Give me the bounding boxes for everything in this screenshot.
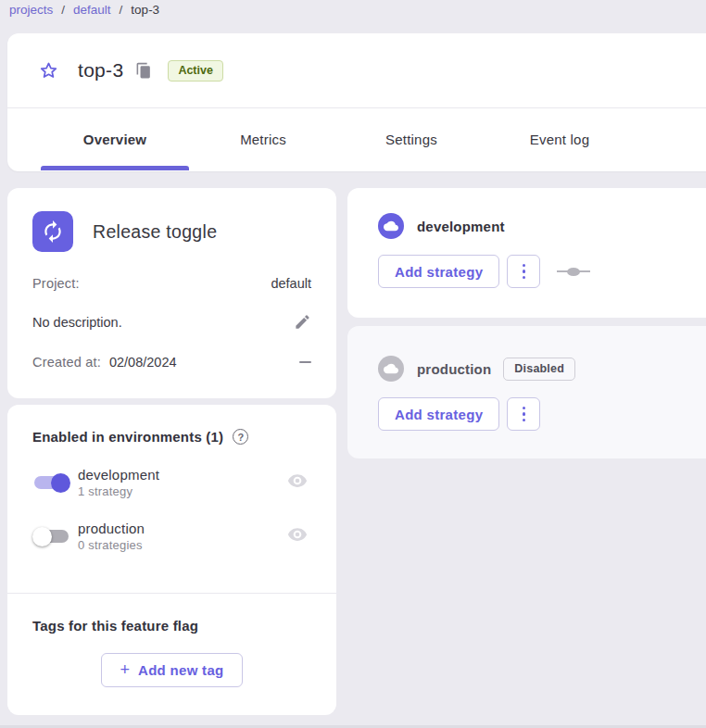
environment-toggle-row: production 0 strategies (32, 521, 311, 552)
add-strategy-button[interactable]: Add strategy (378, 397, 499, 431)
plus-icon: + (120, 661, 131, 678)
feature-title-row: top-3 Active (7, 33, 706, 108)
help-icon[interactable]: ? (233, 429, 248, 445)
breadcrumb-current: top-3 (131, 3, 159, 17)
breadcrumb-separator: / (61, 3, 65, 17)
status-badge: Active (168, 60, 223, 82)
tags-title: Tags for this feature flag (32, 618, 311, 634)
production-environment-panel: production Disabled Add strategy (347, 326, 706, 458)
environment-panel-name: production (417, 361, 491, 377)
strategy-connector-icon (557, 267, 590, 276)
page-title: top-3 (78, 59, 123, 82)
favorite-star-icon[interactable] (37, 59, 59, 82)
environment-name: production (78, 521, 145, 536)
breadcrumb: projects / default / top-3 (9, 3, 159, 17)
development-toggle[interactable] (32, 471, 70, 495)
development-environment-panel: development Add strategy (347, 188, 706, 318)
environment-toggle-texts: development 1 strategy (78, 467, 159, 498)
add-new-tag-label: Add new tag (138, 662, 223, 678)
production-toggle[interactable] (32, 525, 70, 548)
release-toggle-icon (32, 211, 73, 252)
enabled-environments-heading-row: Enabled in environments (1) ? (32, 429, 311, 445)
enabled-environments-title: Enabled in environments (1) (32, 429, 223, 445)
environment-panel-name: development (417, 219, 505, 234)
visibility-eye-icon[interactable] (287, 471, 308, 495)
production-panel-actions: Add strategy (378, 397, 687, 431)
environment-menu-button[interactable] (507, 397, 540, 431)
project-row: Project: default (32, 276, 311, 291)
feature-meta-card: Release toggle Project: default No descr… (7, 188, 336, 398)
add-new-tag-button[interactable]: + Add new tag (101, 653, 243, 687)
tab-settings[interactable]: Settings (337, 108, 485, 170)
created-value: 02/08/2024 (109, 355, 177, 370)
tab-event-log[interactable]: Event log (485, 108, 634, 170)
enabled-environments-section: Enabled in environments (1) ? developmen… (7, 405, 336, 593)
cloud-environment-icon (378, 213, 404, 239)
project-label: Project: (32, 276, 80, 291)
environment-name: development (78, 467, 159, 483)
feature-tabs: Overview Metrics Settings Event log (7, 108, 706, 170)
add-strategy-button[interactable]: Add strategy (378, 255, 499, 288)
environment-strategy-count: 0 strategies (78, 538, 145, 552)
feature-header-card: top-3 Active Overview Metrics Settings E… (7, 33, 706, 171)
breadcrumb-link-default[interactable]: default (73, 3, 111, 17)
breadcrumb-link-projects[interactable]: projects (9, 3, 53, 17)
description-text: No description. (32, 315, 122, 330)
cloud-environment-icon (378, 356, 404, 382)
environment-strategy-count: 1 strategy (78, 484, 159, 498)
created-row: Created at: 02/08/2024 (32, 355, 311, 370)
environment-menu-button[interactable] (507, 255, 540, 288)
tab-overview[interactable]: Overview (41, 108, 189, 170)
feature-type-label: Release toggle (93, 221, 217, 243)
tab-metrics[interactable]: Metrics (189, 108, 337, 170)
feature-type-header: Release toggle (32, 211, 311, 252)
development-panel-header: development (378, 213, 687, 239)
description-row: No description. (32, 313, 311, 331)
breadcrumb-separator: / (120, 3, 123, 17)
environment-toggle-texts: production 0 strategies (78, 521, 145, 552)
project-value[interactable]: default (271, 276, 311, 291)
created-label: Created at: (32, 355, 101, 370)
edit-description-icon[interactable] (294, 313, 311, 331)
copy-name-icon[interactable] (135, 61, 154, 80)
development-panel-actions: Add strategy (378, 255, 687, 288)
disabled-chip: Disabled (503, 358, 575, 381)
visibility-eye-icon[interactable] (287, 524, 308, 548)
environment-toggle-row: development 1 strategy (32, 467, 311, 498)
environments-tags-card: Enabled in environments (1) ? developmen… (7, 405, 336, 715)
tags-section: Tags for this feature flag + Add new tag (7, 593, 336, 711)
production-panel-header: production Disabled (378, 356, 687, 382)
collapse-minus-icon[interactable] (299, 361, 311, 364)
created-group: Created at: 02/08/2024 (32, 355, 177, 370)
